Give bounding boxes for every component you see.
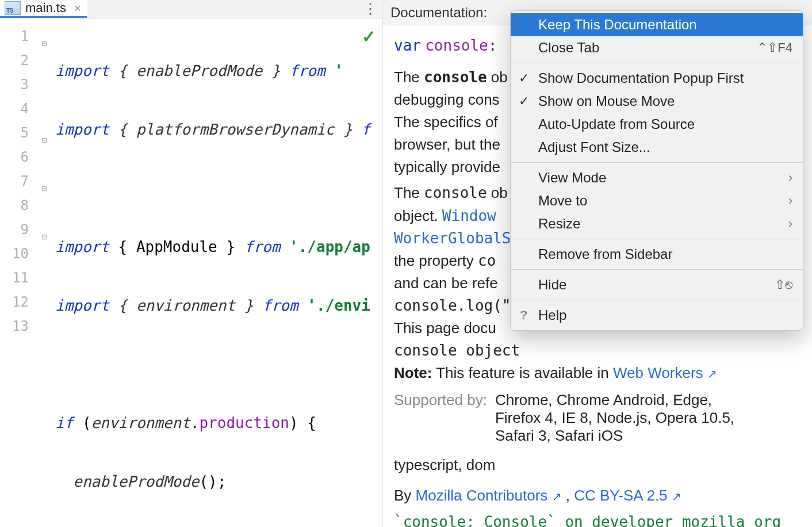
shortcut-label: ⇧⎋ — [775, 277, 792, 292]
tab-bar-spacer — [87, 0, 359, 18]
menu-show-on-mouse-move[interactable]: ✓Show on Mouse Move — [511, 90, 803, 113]
doc-attribution: By Mozilla Contributors ↗ , CC BY-SA 2.5… — [394, 486, 800, 506]
doc-supported-by: Supported by: Chrome, Chrome Android, Ed… — [394, 391, 800, 445]
code-line: if (environment.production) { — [51, 411, 382, 435]
shortcut-label: ⌃⇧F4 — [757, 40, 792, 55]
line-number-gutter: 1⊟ 2 3 4 5⊟ 6 7⊟ 8 9⊟ 10 11 12 13 — [0, 18, 51, 527]
typescript-file-icon: TS — [5, 1, 21, 15]
doc-link-window[interactable]: Window — [442, 207, 496, 224]
supported-by-value: Chrome, Chrome Android, Edge, Firefox 4,… — [495, 391, 742, 445]
submenu-chevron-icon: › — [788, 193, 792, 208]
doc-meta: typescript, dom — [394, 455, 800, 475]
menu-hide[interactable]: Hide⇧⎋ — [511, 273, 803, 296]
editor-tab-bar: TS main.ts × ⋮ — [0, 0, 382, 18]
menu-help[interactable]: ?Help — [511, 304, 803, 327]
menu-move-to[interactable]: Move to› — [511, 189, 803, 212]
submenu-chevron-icon: › — [788, 170, 792, 185]
fold-marker-icon[interactable]: ⊟ — [38, 128, 47, 138]
code-content[interactable]: import { enableProdMode } from ' import … — [51, 18, 382, 527]
code-line: import { AppModule } from './app/ap — [51, 235, 382, 259]
help-icon: ? — [520, 308, 527, 323]
line-number: 11 — [0, 266, 51, 290]
menu-close-tab[interactable]: Close Tab⌃⇧F4 — [511, 36, 803, 59]
doc-paragraph: console object — [394, 341, 800, 361]
doc-link-mozilla-contributors[interactable]: Mozilla Contributors — [416, 487, 548, 504]
editor-pane: TS main.ts × ⋮ ✓ 1⊟ 2 3 4 5⊟ 6 7⊟ 8 9⊟ 1… — [0, 0, 382, 527]
menu-resize[interactable]: Resize› — [511, 212, 803, 235]
menu-auto-update[interactable]: Auto-Update from Source — [511, 113, 803, 136]
line-number: 9⊟ — [0, 217, 51, 242]
menu-separator — [511, 63, 803, 63]
menu-adjust-font-size[interactable]: Adjust Font Size... — [511, 136, 803, 159]
file-tab-label: main.ts — [25, 1, 66, 16]
code-line: import { enableProdMode } from ' — [51, 59, 382, 83]
code-line: import { environment } from './envi — [51, 293, 382, 318]
line-number: 13 — [0, 314, 51, 338]
tab-options-kebab-icon[interactable]: ⋮ — [359, 0, 382, 18]
external-link-icon: ↗ — [552, 490, 562, 503]
external-link-icon: ↗ — [707, 368, 717, 380]
menu-separator — [511, 239, 803, 239]
menu-view-mode[interactable]: View Mode› — [511, 166, 803, 189]
fold-marker-icon[interactable]: ⊟ — [38, 225, 47, 234]
file-tab-main-ts[interactable]: TS main.ts × — [0, 0, 87, 18]
menu-show-popup-first[interactable]: ✓Show Documentation Popup First — [511, 67, 803, 90]
fold-marker-icon[interactable]: ⊟ — [38, 177, 47, 186]
menu-remove-from-sidebar[interactable]: Remove from Sidebar — [511, 243, 803, 266]
external-link-icon: ↗ — [672, 490, 681, 503]
line-number: 12 — [0, 290, 51, 314]
editor-area[interactable]: ✓ 1⊟ 2 3 4 5⊟ 6 7⊟ 8 9⊟ 10 11 12 13 impo… — [0, 18, 382, 527]
menu-separator — [511, 162, 803, 163]
code-line — [51, 176, 382, 200]
line-number: 4 — [0, 97, 51, 121]
supported-by-label: Supported by: — [394, 391, 487, 409]
line-number: 5⊟ — [0, 121, 51, 145]
code-line — [51, 352, 382, 376]
code-line: enableProdMode(); — [51, 469, 382, 494]
close-tab-icon[interactable]: × — [74, 2, 81, 15]
menu-separator — [511, 300, 803, 300]
line-number: 3 — [0, 72, 51, 97]
check-icon: ✓ — [519, 94, 529, 109]
doc-source-link[interactable]: `console: Console` on developer mozilla … — [394, 512, 800, 528]
menu-keep-documentation[interactable]: Keep This Documentation — [511, 13, 803, 36]
check-icon: ✓ — [519, 71, 529, 86]
code-line: import { platformBrowserDynamic } f — [51, 117, 382, 142]
doc-note: Note: This feature is available in Web W… — [394, 363, 800, 383]
line-number: 2 — [0, 48, 51, 72]
doc-link-web-workers[interactable]: Web Workers — [613, 364, 703, 381]
line-number: 1⊟ — [0, 24, 51, 48]
line-number: 7⊟ — [0, 169, 51, 193]
doc-link-workerglobalscope[interactable]: WorkerGlobalS — [394, 230, 511, 247]
submenu-chevron-icon: › — [788, 216, 792, 231]
line-number: 10 — [0, 242, 51, 266]
line-number: 6 — [0, 145, 51, 169]
menu-separator — [511, 269, 803, 270]
documentation-title: Documentation: — [390, 5, 487, 21]
line-number: 8 — [0, 193, 51, 217]
fold-marker-icon[interactable]: ⊟ — [38, 32, 47, 41]
doc-link-cc-by-sa[interactable]: CC BY-SA 2.5 — [574, 487, 667, 504]
documentation-context-menu: Keep This Documentation Close Tab⌃⇧F4 ✓S… — [510, 10, 803, 331]
